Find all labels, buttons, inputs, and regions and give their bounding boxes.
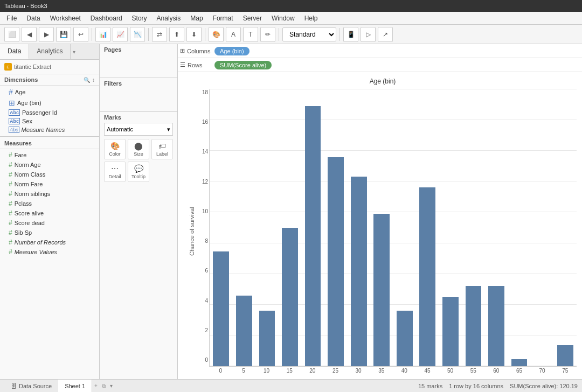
toolbar-forward[interactable]: ▶ xyxy=(39,27,54,42)
field-sex[interactable]: Abc Sex xyxy=(0,117,99,125)
toolbar-back[interactable]: ◀ xyxy=(22,27,37,42)
marks-type-dropdown[interactable]: Automatic ▾ xyxy=(104,123,173,136)
marks-label-btn[interactable]: 🏷 Label xyxy=(151,139,173,159)
field-pclass[interactable]: # Pclass xyxy=(0,199,99,208)
toolbar-undo[interactable]: ↩ xyxy=(73,27,88,42)
toolbar-share[interactable]: ↗ xyxy=(378,27,393,42)
columns-pill[interactable]: Age (bin) xyxy=(214,47,250,55)
data-tab[interactable]: Data xyxy=(0,44,29,59)
bar-group-20[interactable] xyxy=(301,89,324,366)
analytics-tab[interactable]: Analytics xyxy=(29,44,71,59)
bar-75[interactable] xyxy=(557,345,573,366)
bar-group-5[interactable] xyxy=(233,89,256,366)
marks-color-btn[interactable]: 🎨 Color xyxy=(104,139,126,159)
field-norm-age[interactable]: # Norm Age xyxy=(0,160,99,170)
datasource-tab[interactable]: 🗄 Data Source xyxy=(4,380,58,393)
rows-pill[interactable]: SUM(Score alive) xyxy=(214,61,272,69)
toolbar-chart3[interactable]: 📉 xyxy=(130,27,145,42)
view-size-dropdown[interactable]: Standard xyxy=(282,27,336,41)
bar-30[interactable] xyxy=(351,177,367,366)
bar-65[interactable] xyxy=(511,359,528,366)
bar-15[interactable] xyxy=(282,228,298,366)
bar-group-40[interactable] xyxy=(393,89,417,366)
bar-group-45[interactable] xyxy=(416,89,439,366)
bar-group-50[interactable] xyxy=(439,89,462,366)
bar-group-60[interactable] xyxy=(485,89,508,366)
menu-map[interactable]: Map xyxy=(186,13,207,23)
bar-group-15[interactable] xyxy=(279,89,302,366)
menu-data[interactable]: Data xyxy=(22,13,44,23)
field-score-alive[interactable]: # Score alive xyxy=(0,208,99,218)
toolbar-tooltip[interactable]: T xyxy=(243,27,258,42)
columns-shelf: ⊞ Columns Age (bin) xyxy=(178,44,582,58)
duplicate-sheet-icon[interactable]: ⧉ xyxy=(100,383,108,389)
menu-window[interactable]: Window xyxy=(267,13,299,23)
toolbar-chart2[interactable]: 📈 xyxy=(113,27,128,42)
bar-group-30[interactable] xyxy=(347,89,370,366)
bar-5[interactable] xyxy=(236,296,252,366)
field-norm-siblings[interactable]: # Norm siblings xyxy=(0,189,99,199)
toolbar-sort-desc[interactable]: ⬇ xyxy=(186,27,202,42)
field-sib-sp[interactable]: # Sib Sp xyxy=(0,228,99,237)
toolbar-color[interactable]: 🎨 xyxy=(209,27,224,42)
toolbar-present[interactable]: ▷ xyxy=(361,27,376,42)
toolbar-new[interactable]: ⬜ xyxy=(4,27,19,42)
bar-group-65[interactable] xyxy=(508,89,531,366)
bar-group-35[interactable] xyxy=(370,89,393,366)
toolbar-label[interactable]: A xyxy=(226,27,241,42)
field-number-records[interactable]: # Number of Records xyxy=(0,237,99,247)
menu-story[interactable]: Story xyxy=(128,13,151,23)
field-norm-class[interactable]: # Norm Class xyxy=(0,170,99,179)
toolbar-sep4 xyxy=(279,28,279,41)
bar-45[interactable] xyxy=(419,187,435,366)
bar-group-25[interactable] xyxy=(324,89,348,366)
dimensions-header: Dimensions 🔍 ↕ xyxy=(0,74,99,86)
panel-tab-icon[interactable]: ▾ xyxy=(71,44,78,59)
menu-file[interactable]: File xyxy=(2,13,21,23)
add-sheet-icon[interactable]: + xyxy=(92,383,100,389)
bar-10[interactable] xyxy=(259,311,275,366)
bar-20[interactable] xyxy=(305,106,321,366)
field-score-dead[interactable]: # Score dead xyxy=(0,218,99,228)
field-fare[interactable]: # Fare xyxy=(0,150,99,160)
bar-35[interactable] xyxy=(373,214,390,366)
field-norm-fare[interactable]: # Norm Fare xyxy=(0,179,99,189)
bar-50[interactable] xyxy=(442,297,459,367)
marks-detail-btn[interactable]: ⋯ Detail xyxy=(104,162,126,182)
bar-group-75[interactable] xyxy=(553,89,577,366)
bar-60[interactable] xyxy=(488,286,504,366)
sheet-tab[interactable]: Sheet 1 xyxy=(58,380,92,393)
menu-analysis[interactable]: Analysis xyxy=(153,13,185,23)
marks-size-btn[interactable]: ⬤ Size xyxy=(128,139,149,159)
menu-format[interactable]: Format xyxy=(209,13,238,23)
menu-server[interactable]: Server xyxy=(239,13,266,23)
toolbar-save[interactable]: 💾 xyxy=(56,27,71,42)
bar-group-0[interactable] xyxy=(210,89,233,366)
sort-icon[interactable]: ↕ xyxy=(92,77,95,83)
bar-group-70[interactable] xyxy=(531,89,554,366)
menu-worksheet[interactable]: Worksheet xyxy=(46,13,85,23)
toolbar-sort-asc[interactable]: ⬆ xyxy=(169,27,184,42)
marks-tooltip-btn[interactable]: 💬 Tooltip xyxy=(128,162,149,182)
field-measure-names[interactable]: Abc Measure Names xyxy=(0,125,99,134)
field-measure-values[interactable]: # Measure Values xyxy=(0,247,99,257)
bar-group-55[interactable] xyxy=(462,89,485,366)
field-age-bin[interactable]: ⊞ Age (bin) xyxy=(0,97,99,108)
menu-help[interactable]: Help xyxy=(300,13,322,23)
search-icon[interactable]: 🔍 xyxy=(84,77,90,83)
toolbar-chart1[interactable]: 📊 xyxy=(95,27,110,42)
sheet-options-icon[interactable]: ▾ xyxy=(108,383,115,389)
field-passenger-id[interactable]: Abc Passenger Id xyxy=(0,108,99,117)
panel-tabs: Data Analytics ▾ xyxy=(0,44,99,60)
bar-40[interactable] xyxy=(397,311,413,366)
bar-25[interactable] xyxy=(328,157,344,366)
source-label[interactable]: titantic Extract xyxy=(14,64,51,70)
toolbar-swap[interactable]: ⇄ xyxy=(152,27,167,42)
bar-0[interactable] xyxy=(213,251,229,366)
menu-dashboard[interactable]: Dashboard xyxy=(86,13,127,23)
bar-group-10[interactable] xyxy=(255,89,279,366)
toolbar-device[interactable]: 📱 xyxy=(343,27,358,42)
field-age[interactable]: # Age xyxy=(0,87,99,97)
bar-55[interactable] xyxy=(466,286,482,366)
toolbar-annotate[interactable]: ✏ xyxy=(260,27,275,42)
